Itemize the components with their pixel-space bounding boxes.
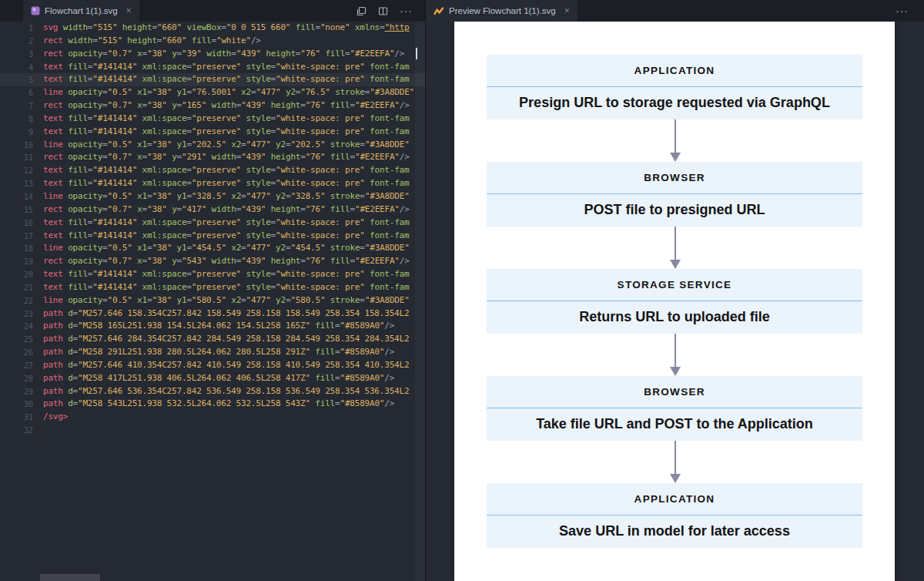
code-line[interactable]: 28path d="M258 417L251.938 406.5L264.062…	[0, 372, 425, 385]
close-tab-icon[interactable]: ×	[126, 6, 132, 15]
line-number: 23	[0, 307, 33, 321]
line-content: path d="M257.646 158.354C257.842 158.549…	[33, 307, 409, 321]
code-line[interactable]: 29path d="M257.646 536.354C257.842 536.5…	[0, 385, 425, 398]
tab-label: Preview Flowchart 1(1).svg	[449, 6, 556, 15]
flow-step-body: Returns URL to uploaded file	[487, 301, 862, 333]
arrow-shaft	[675, 334, 676, 367]
line-content: text fill="#141414" xml:space="preserve"…	[33, 230, 409, 243]
line-number: 28	[0, 372, 33, 385]
code-line[interactable]: 4text fill="#141414" xml:space="preserve…	[0, 61, 425, 74]
code-line[interactable]: 31/svg>	[0, 411, 425, 424]
flow-step-box: APPLICATIONSave URL in model for later a…	[487, 483, 862, 548]
more-actions-icon[interactable]: ···	[400, 5, 413, 16]
down-arrow-icon	[670, 227, 681, 269]
code-line[interactable]: 2rect width="515" height="660" fill="whi…	[0, 35, 425, 48]
flow-step-box: APPLICATIONPresign URL to storage reques…	[487, 55, 862, 119]
flow-step-box: BROWSERPOST file to presigned URL	[487, 162, 862, 227]
flow-step-header: BROWSER	[487, 376, 862, 408]
code-line[interactable]: 20text fill="#141414" xml:space="preserv…	[0, 268, 425, 281]
line-number: 27	[0, 359, 33, 372]
line-content: line opacity="0.5" x1="38" y1="76.5001" …	[33, 86, 414, 99]
tab-flowchart-svg[interactable]: Flowchart 1(1).svg ×	[23, 0, 139, 22]
code-line[interactable]: 24path d="M258 165L251.938 154.5L264.062…	[0, 320, 425, 333]
code-line[interactable]: 10line opacity="0.5" x1="38" y1="202.5" …	[0, 139, 425, 152]
line-content: path d="M258 417L251.938 406.5L264.062 4…	[33, 372, 394, 385]
line-content: line opacity="0.5" x1="38" y1="202.5" x2…	[33, 139, 410, 152]
code-line[interactable]: 1svg width="515" height="660" viewBox="0…	[0, 22, 425, 35]
code-line[interactable]: 5text fill="#141414" xml:space="preserve…	[0, 73, 425, 86]
line-number: 12	[0, 164, 33, 177]
flowchart: APPLICATIONPresign URL to storage reques…	[454, 22, 895, 581]
line-content: text fill="#141414" xml:space="preserve"…	[33, 113, 409, 126]
tab-label: Flowchart 1(1).svg	[45, 6, 118, 15]
line-content: line opacity="0.5" x1="38" y1="454.5" x2…	[33, 242, 410, 255]
flow-step-body: POST file to presigned URL	[487, 194, 862, 226]
flow-step-box: BROWSERTake file URL and POST to the App…	[487, 376, 862, 441]
code-line[interactable]: 19rect opacity="0.7" x="38" y="543" widt…	[0, 255, 425, 268]
code-line[interactable]: 6line opacity="0.5" x1="38" y1="76.5001"…	[0, 86, 425, 99]
code-line[interactable]: 18line opacity="0.5" x1="38" y1="454.5" …	[0, 242, 425, 255]
line-number: 6	[0, 86, 33, 99]
line-content: path d="M257.646 410.354C257.842 410.549…	[33, 359, 409, 372]
line-content: path d="M258 291L251.938 280.5L264.062 2…	[33, 346, 394, 359]
line-number: 25	[0, 333, 33, 346]
code-line[interactable]: 16text fill="#141414" xml:space="preserv…	[0, 217, 425, 230]
code-line[interactable]: 21text fill="#141414" xml:space="preserv…	[0, 281, 425, 294]
code-line[interactable]: 13text fill="#141414" xml:space="preserv…	[0, 177, 425, 190]
vertical-scrollbar[interactable]	[415, 22, 425, 581]
code-line[interactable]: 15rect opacity="0.7" x="38" y="417" widt…	[0, 203, 425, 217]
line-content: rect opacity="0.7" x="38" y="39" width="…	[33, 48, 404, 61]
code-line[interactable]: 7rect opacity="0.7" x="38" y="165" width…	[0, 99, 425, 113]
open-preview-icon[interactable]	[357, 6, 367, 16]
code-line[interactable]: 17text fill="#141414" xml:space="preserv…	[0, 230, 425, 243]
code-line[interactable]: 9text fill="#141414" xml:space="preserve…	[0, 126, 425, 139]
code-line[interactable]: 26path d="M258 291L251.938 280.5L264.062…	[0, 346, 425, 359]
code-line[interactable]: 32	[0, 424, 425, 437]
split-editor-icon[interactable]	[378, 6, 388, 16]
arrow-head	[670, 260, 681, 269]
flow-step-body: Presign URL to storage requested via Gra…	[487, 87, 862, 119]
code-line[interactable]: 22line opacity="0.5" x1="38" y1="580.5" …	[0, 294, 425, 307]
line-content: line opacity="0.5" x1="38" y1="328.5" x2…	[33, 190, 410, 203]
line-content: path d="M258 165L251.938 154.5L264.062 1…	[33, 320, 394, 333]
line-number: 31	[0, 411, 33, 424]
horizontal-scrollbar[interactable]	[40, 574, 100, 581]
flow-step-header: APPLICATION	[487, 55, 862, 87]
arrow-head	[670, 367, 681, 376]
tab-preview-flowchart-svg[interactable]: Preview Flowchart 1(1).svg ×	[426, 0, 578, 22]
more-actions-icon[interactable]: ···	[896, 5, 909, 16]
line-number: 32	[0, 424, 33, 437]
down-arrow-icon	[670, 334, 681, 376]
tab-bar: Flowchart 1(1).svg × ···	[0, 0, 924, 22]
editor-actions: ···	[357, 0, 425, 22]
code-editor[interactable]: 1svg width="515" height="660" viewBox="0…	[0, 22, 426, 581]
line-content: text fill="#141414" xml:space="preserve"…	[33, 164, 409, 177]
line-number: 26	[0, 346, 33, 359]
line-content: /svg>	[33, 411, 68, 424]
line-number: 13	[0, 177, 33, 190]
flow-step-header: STORAGE SERVICE	[487, 269, 862, 301]
code-line[interactable]: 27path d="M257.646 410.354C257.842 410.5…	[0, 359, 425, 372]
code-line[interactable]: 11rect opacity="0.7" x="38" y="291" widt…	[0, 151, 425, 164]
line-content: rect opacity="0.7" x="38" y="543" width=…	[33, 255, 410, 268]
code-line[interactable]: 14line opacity="0.5" x1="38" y1="328.5" …	[0, 190, 425, 203]
close-tab-icon[interactable]: ×	[564, 6, 570, 15]
code-line[interactable]: 25path d="M257.646 284.354C257.842 284.5…	[0, 333, 425, 346]
line-number: 1	[0, 22, 33, 35]
svg-preview-pane: APPLICATIONPresign URL to storage reques…	[426, 22, 924, 581]
flow-step-body: Take file URL and POST to the Applicatio…	[487, 408, 862, 440]
line-number: 20	[0, 268, 33, 281]
code-line[interactable]: 3rect opacity="0.7" x="38" y="39" width=…	[0, 48, 425, 61]
arrow-shaft	[675, 119, 676, 153]
line-number: 22	[0, 294, 33, 307]
code-line[interactable]: 12text fill="#141414" xml:space="preserv…	[0, 164, 425, 177]
line-number: 5	[0, 73, 33, 86]
code-line[interactable]: 23path d="M257.646 158.354C257.842 158.5…	[0, 307, 425, 321]
line-content: text fill="#141414" xml:space="preserve"…	[33, 61, 409, 74]
code-line[interactable]: 30path d="M258 543L251.938 532.5L264.062…	[0, 398, 425, 411]
line-content: line opacity="0.5" x1="38" y1="580.5" x2…	[33, 294, 410, 307]
code-line[interactable]: 8text fill="#141414" xml:space="preserve…	[0, 113, 425, 126]
line-content: path d="M257.646 536.354C257.842 536.549…	[33, 385, 409, 398]
line-content: text fill="#141414" xml:space="preserve"…	[33, 177, 409, 190]
flow-step-box: STORAGE SERVICEReturns URL to uploaded f…	[487, 269, 862, 334]
